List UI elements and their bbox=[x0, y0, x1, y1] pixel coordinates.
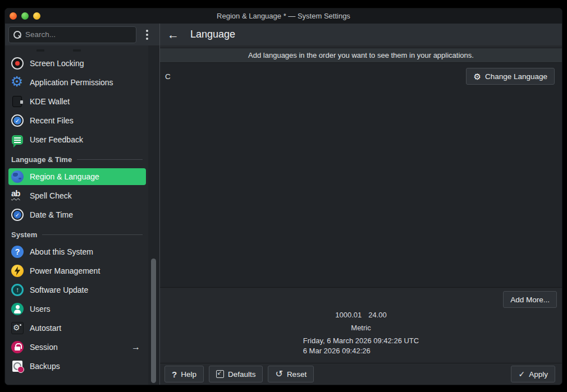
sidebar-item-spell-check[interactable]: Spell Check bbox=[8, 187, 146, 204]
short-datetime-example: 6 Mar 2026 09:42:26 bbox=[303, 346, 419, 356]
page-header: Language bbox=[160, 28, 562, 41]
datetime-examples: Friday, 6 March 2026 09:42:26 UTC 6 Mar … bbox=[303, 336, 419, 356]
region-language-icon bbox=[11, 170, 24, 183]
language-name: C bbox=[165, 72, 171, 81]
section-header-system: System bbox=[11, 229, 145, 240]
add-more-button[interactable]: Add More... bbox=[503, 291, 557, 308]
backups-icon bbox=[12, 361, 22, 372]
sidebar-toolbar bbox=[5, 24, 160, 45]
software-update-icon bbox=[11, 284, 24, 296]
toolbar: Language bbox=[5, 24, 562, 45]
help-button[interactable]: Help bbox=[164, 366, 204, 382]
main-content: Add languages in the order you want to s… bbox=[160, 45, 562, 385]
measurement-example: Metric bbox=[160, 323, 562, 333]
apply-icon bbox=[518, 370, 525, 379]
sidebar-item-date-time[interactable]: Date & Time bbox=[8, 206, 146, 223]
sidebar-item-power-management[interactable]: Power Management bbox=[8, 262, 146, 279]
submenu-arrow-icon: → bbox=[131, 342, 140, 352]
sidebar-item-label: Region & Language bbox=[30, 172, 99, 181]
sidebar-item-label: Users bbox=[30, 305, 51, 313]
sidebar-item-label: KDE Wallet bbox=[30, 97, 70, 106]
sidebar-item-region-language[interactable]: Region & Language bbox=[8, 168, 146, 185]
change-language-button-label: Change Language bbox=[485, 72, 547, 81]
session-icon bbox=[11, 341, 24, 353]
section-header-language-time: Language & Time bbox=[11, 154, 145, 165]
sidebar-item-user-feedback[interactable]: User Feedback bbox=[8, 131, 146, 148]
long-datetime-example: Friday, 6 March 2026 09:42:26 UTC bbox=[303, 336, 419, 346]
sidebar-item-backups[interactable]: Backups bbox=[8, 358, 146, 375]
sidebar-item-about-this-system[interactable]: About this System bbox=[8, 243, 146, 260]
defaults-icon bbox=[216, 370, 224, 378]
users-icon bbox=[11, 303, 24, 315]
sidebar-item-users[interactable]: Users bbox=[8, 301, 146, 317]
apply-button[interactable]: Apply bbox=[511, 366, 555, 382]
sidebar-scrollbar-thumb[interactable] bbox=[151, 259, 156, 383]
sidebar-item-autostart[interactable]: Autostart bbox=[8, 320, 146, 336]
window-title: Region & Language * — System Settings bbox=[5, 12, 562, 20]
sidebar-item-software-update[interactable]: Software Update bbox=[8, 282, 146, 298]
sidebar-item-session[interactable]: Session→ bbox=[8, 339, 146, 356]
sidebar-item-label: User Feedback bbox=[30, 135, 83, 144]
section-header-label: Language & Time bbox=[11, 155, 72, 164]
sidebar-scrollbar-track[interactable] bbox=[148, 45, 160, 385]
sidebar-item-label: Software Update bbox=[30, 285, 88, 294]
format-examples-panel: Add More... 1000.0124.00 Metric Friday, … bbox=[160, 287, 562, 363]
reset-button[interactable]: Reset bbox=[268, 366, 314, 382]
apply-button-label: Apply bbox=[529, 370, 548, 379]
search-input[interactable] bbox=[25, 30, 131, 39]
sidebar-item-label: About this System bbox=[30, 247, 93, 256]
titlebar[interactable]: Region & Language * — System Settings bbox=[5, 8, 562, 24]
maximize-button[interactable] bbox=[21, 12, 29, 20]
sidebar-item-label: Screen Locking bbox=[30, 59, 84, 68]
kde-wallet-icon bbox=[12, 96, 22, 107]
sidebar: Screen LockingApplication PermissionsKDE… bbox=[5, 45, 148, 385]
defaults-button-label: Defaults bbox=[228, 370, 256, 379]
section-divider bbox=[42, 234, 143, 235]
sidebar-item-partial[interactable] bbox=[8, 48, 146, 52]
number-format-example: 1000.0124.00 bbox=[160, 310, 562, 320]
desktop-background: Region & Language * — System Settings La… bbox=[0, 0, 567, 392]
gear-icon: ⚙ bbox=[473, 72, 481, 81]
system-settings-window: Region & Language * — System Settings La… bbox=[4, 8, 563, 385]
sidebar-item-recent-files[interactable]: Recent Files bbox=[8, 112, 146, 129]
user-feedback-icon bbox=[12, 135, 23, 145]
search-box[interactable] bbox=[8, 26, 136, 43]
screen-locking-icon bbox=[11, 57, 24, 70]
defaults-button[interactable]: Defaults bbox=[209, 366, 263, 382]
sidebar-item-kde-wallet[interactable]: KDE Wallet bbox=[8, 93, 146, 110]
autostart-icon bbox=[11, 322, 24, 334]
time-number-example: 24.00 bbox=[368, 311, 387, 319]
search-icon bbox=[13, 31, 21, 39]
language-list: C ⚙ Change Language bbox=[160, 63, 562, 287]
sidebar-item-label: Autostart bbox=[30, 324, 61, 333]
application-permissions-icon bbox=[11, 76, 24, 89]
sidebar-item-label: Power Management bbox=[30, 266, 100, 275]
instruction-banner: Add languages in the order you want to s… bbox=[160, 48, 562, 63]
footer-bar: Help Defaults Reset Apply bbox=[160, 363, 562, 385]
date-time-icon bbox=[11, 209, 24, 221]
close-button[interactable] bbox=[10, 12, 17, 20]
sidebar-item-label: Recent Files bbox=[30, 116, 74, 125]
page-title: Language bbox=[190, 29, 235, 40]
reset-button-label: Reset bbox=[287, 370, 307, 379]
section-header-label: System bbox=[11, 230, 37, 239]
change-language-button[interactable]: ⚙ Change Language bbox=[466, 68, 555, 85]
power-management-icon bbox=[11, 265, 24, 277]
sidebar-item-application-permissions[interactable]: Application Permissions bbox=[8, 74, 146, 91]
about-this-system-icon bbox=[11, 246, 24, 258]
window-body: Screen LockingApplication PermissionsKDE… bbox=[5, 45, 562, 385]
window-controls bbox=[5, 12, 40, 20]
reset-icon bbox=[275, 370, 282, 379]
section-divider bbox=[77, 159, 143, 160]
spell-check-icon bbox=[11, 190, 24, 202]
help-icon bbox=[172, 370, 177, 379]
sidebar-item-screen-locking[interactable]: Screen Locking bbox=[8, 55, 146, 72]
sidebar-item-label: Session bbox=[30, 343, 58, 352]
overflow-menu-icon[interactable] bbox=[142, 29, 152, 41]
sidebar-item-label: Application Permissions bbox=[30, 78, 113, 87]
back-button[interactable] bbox=[167, 28, 181, 41]
sidebar-item-label: Backups bbox=[30, 362, 60, 371]
number-example: 1000.01 bbox=[335, 311, 362, 319]
minimize-button[interactable] bbox=[33, 12, 40, 20]
language-list-item[interactable]: C ⚙ Change Language bbox=[160, 63, 562, 90]
